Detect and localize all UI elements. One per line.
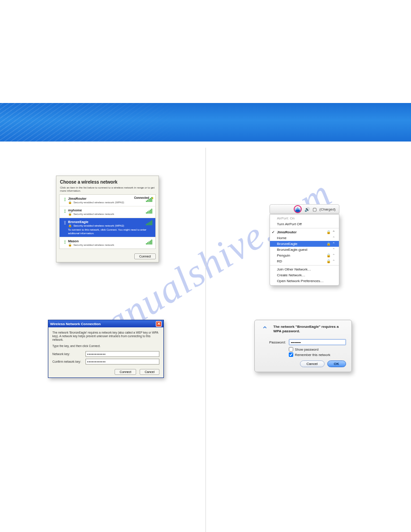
open-network-prefs[interactable]: Open Network Preferences… [270, 278, 339, 284]
page-banner [0, 103, 411, 142]
lock-icon: 🔒 [68, 224, 72, 227]
xp-dialog-instruction: Type the key, and then click Connect. [52, 344, 159, 348]
network-security: 🔒Security-enabled wireless network [68, 212, 153, 216]
xp-dialog-title: Wireless Network Connection [50, 322, 101, 326]
ok-button[interactable]: OK [327, 360, 346, 367]
network-key-label: Network key: [52, 352, 86, 356]
column-right: ⌃ 🔊 ▢ (Charged) AirPort: On Turn AirPort… [206, 148, 411, 532]
confirm-key-label: Confirm network key: [52, 360, 86, 363]
lock-icon: 🔒 [68, 243, 72, 247]
network-security: 🔒Security-enabled wireless network (WPA2… [68, 201, 153, 204]
network-list: ⟟ JimsRouter 🔒Security-enabled wireless … [59, 194, 156, 249]
wifi-icon: ⌃ [332, 236, 335, 240]
wifi-icon: ⌃ [332, 259, 335, 263]
network-name: BronzeEagle [68, 220, 153, 224]
show-password-checkbox[interactable] [289, 347, 293, 352]
wifi-icon: ⌃ [332, 253, 335, 257]
xp-choose-network-window: Choose a wireless network Click an item … [56, 176, 159, 262]
xp-network-key-dialog: Wireless Network Connection ✕ The networ… [48, 320, 164, 378]
create-network[interactable]: Create Network… [270, 272, 339, 278]
antenna-icon: ⟟ [62, 208, 68, 214]
network-name: myhome [68, 208, 153, 212]
network-item[interactable]: ⟟ myhome 🔒Security-enabled wireless netw… [60, 206, 155, 218]
xp-window-footer: Connect [56, 252, 158, 262]
antenna-icon: ⟟ [62, 239, 68, 245]
xp-titlebar: Wireless Network Connection ✕ [48, 320, 163, 327]
connect-button[interactable]: Connect [134, 253, 156, 259]
remember-network-label: Remember this network [295, 353, 330, 357]
cancel-button[interactable]: Cancel [300, 360, 325, 367]
network-security: 🔒Security-enabled wireless network [68, 243, 153, 247]
checkmark-icon: ✓ [272, 230, 275, 234]
wifi-icon: ⌃ [332, 230, 335, 234]
network-hint: To connect to this network, click Connec… [68, 228, 153, 235]
xp-dialog-message: The network 'BronzeEagle' requires a net… [52, 331, 159, 342]
signal-bars-icon [146, 197, 153, 202]
lock-icon: 🔒 [326, 253, 331, 257]
airport-network-item[interactable]: RD 🔒⌃ [270, 258, 339, 264]
connect-button[interactable]: Connect [115, 369, 136, 375]
airport-network-item[interactable]: ✓ JimsRouter 🔒⌃ [270, 229, 339, 235]
close-icon[interactable]: ✕ [156, 321, 162, 327]
speaker-icon[interactable]: 🔊 [304, 207, 310, 212]
network-item-selected[interactable]: ⟟ BronzeEagle 🔒Security-enabled wireless… [60, 218, 155, 237]
network-security: 🔒Security-enabled wireless network (WPA2… [68, 224, 153, 227]
network-item[interactable]: ⟟ JimsRouter 🔒Security-enabled wireless … [60, 195, 155, 206]
antenna-icon: ⟟ [62, 197, 68, 202]
mac-dialog-message: The network "BronzeEagle" requires a WPA… [274, 325, 346, 335]
lock-icon: 🔒 [326, 259, 331, 263]
mac-password-dialog: ⌃ The network "BronzeEagle" requires a W… [254, 320, 352, 372]
battery-icon[interactable]: ▢ [313, 207, 317, 212]
network-name: Mason [68, 239, 153, 243]
network-key-field[interactable] [86, 351, 159, 357]
signal-bars-icon [146, 240, 153, 245]
airport-network-item-selected[interactable]: BronzeEagle 🔒⌃ [270, 241, 339, 247]
airport-dropdown-menu: AirPort: On Turn AirPort Off ✓ JimsRoute… [270, 214, 339, 286]
airport-network-item[interactable]: BronzeEagle-guest ⌃ [270, 247, 339, 253]
signal-bars-icon [146, 221, 153, 225]
airport-network-item[interactable]: Penguin 🔒⌃ [270, 253, 339, 258]
column-left: Choose a wireless network Click an item … [0, 148, 206, 532]
lock-icon: 🔒 [326, 230, 331, 234]
join-other-network[interactable]: Join Other Network… [270, 266, 339, 272]
battery-status: (Charged) [319, 207, 335, 211]
wifi-icon: ⌃ [332, 248, 335, 252]
network-item[interactable]: ⟟ Mason 🔒Security-enabled wireless netwo… [60, 237, 155, 249]
show-password-label: Show password [295, 348, 319, 352]
antenna-icon: ⟟ [62, 220, 68, 226]
two-columns: Choose a wireless network Click an item … [0, 148, 411, 532]
lock-icon: 🔒 [68, 212, 72, 216]
xp-window-subtitle: Click an item in the list below to conne… [56, 186, 158, 194]
wifi-icon: ⌃ [332, 242, 335, 246]
password-label: Password: [265, 340, 286, 344]
confirm-key-field[interactable] [86, 359, 159, 365]
lock-icon: 🔒 [68, 201, 72, 204]
signal-bars-icon [146, 209, 153, 214]
mac-menubar: ⌃ 🔊 ▢ (Charged) [270, 204, 339, 214]
menu-separator [270, 265, 339, 266]
menu-separator [270, 228, 339, 228]
airport-toggle[interactable]: Turn AirPort Off [270, 221, 339, 227]
cancel-button[interactable]: Cancel [140, 369, 159, 375]
lock-icon: 🔒 [326, 242, 331, 246]
airport-network-item[interactable]: Home ⌃ [270, 235, 339, 241]
airport-icon[interactable]: ⌃ [294, 205, 302, 213]
remember-network-checkbox[interactable] [289, 352, 293, 357]
airport-icon: ⌃ [260, 325, 270, 335]
password-field[interactable] [289, 339, 346, 345]
airport-status: AirPort: On [270, 215, 339, 221]
xp-window-title: Choose a wireless network [56, 176, 158, 186]
